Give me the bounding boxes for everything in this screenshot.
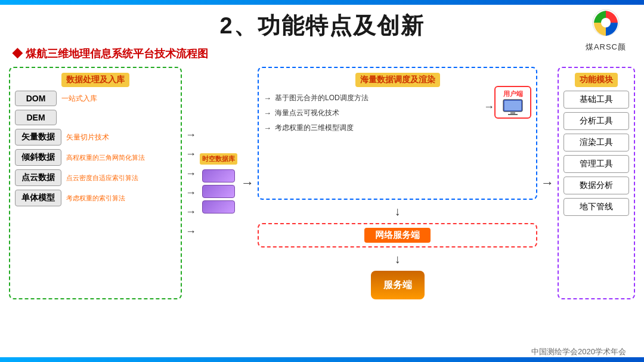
footer-text: 中国测绘学会2020学术年会: [531, 346, 626, 357]
dom-label: 一站式入库: [61, 94, 97, 104]
model-label: 考虑权重的索引算法: [66, 194, 125, 203]
db-cylinder-1: [202, 169, 235, 182]
db-cylinder-3: [202, 200, 235, 214]
lod-panel: 海量数据调度及渲染 → 基于图元合并的LOD调度方法 → 海量点云可视化技术 →…: [258, 67, 537, 200]
vector-label: 矢量切片技术: [66, 132, 109, 143]
server-section: 服务端: [258, 271, 537, 299]
monitor-icon: [502, 98, 524, 115]
left-to-db-arrows: →→→→→→: [185, 67, 196, 299]
tilt-box: 倾斜数据: [15, 149, 61, 166]
network-panel: 网络服务端: [258, 223, 537, 247]
server-box: 服务端: [371, 271, 425, 299]
header: 2、功能特点及创新 煤ARSC颜: [0, 5, 644, 44]
middle-to-right-arrow: →: [541, 67, 554, 299]
user-terminal-box: 用户端: [494, 86, 531, 119]
func-item-1: 基础工具: [564, 91, 629, 109]
lod-panel-title: 海量数据调度及渲染: [355, 73, 440, 87]
db-to-middle-arrow: →: [241, 67, 254, 299]
db-section: 时空数据库: [200, 67, 237, 299]
left-panel: 数据处理及入库 DOM 一站式入库 DEM 矢量数据 矢量切片技术 倾斜数据 高…: [9, 67, 182, 299]
svg-rect-5: [504, 101, 521, 110]
right-panel: 功能模块 基础工具 分析工具 渲染工具 管理工具 数据分析 地下管线: [558, 67, 635, 299]
func-item-2: 分析工具: [564, 112, 629, 130]
network-panel-title: 网络服务端: [364, 228, 431, 243]
svg-point-1: [601, 18, 611, 27]
vector-box: 矢量数据: [15, 129, 61, 146]
page-title: 2、功能特点及创新: [219, 11, 424, 41]
svg-rect-3: [510, 112, 515, 114]
down-arrow-2: ↓: [258, 252, 537, 266]
pointcloud-box: 点云数据: [15, 169, 61, 186]
func-item-3: 渲染工具: [564, 134, 629, 151]
data-row-dem: DEM: [15, 110, 176, 125]
left-panel-title: 数据处理及入库: [61, 73, 129, 87]
lod-item-3: → 考虑权重的三维模型调度: [264, 123, 531, 133]
db-cylinder-2: [202, 185, 235, 198]
logo-icon: [588, 8, 624, 41]
tilt-label: 高程权重的三角网简化算法: [66, 153, 145, 162]
down-arrow: ↓: [258, 205, 537, 218]
data-row-tilt: 倾斜数据 高程权重的三角网简化算法: [15, 149, 176, 166]
user-terminal-label: 用户端: [503, 89, 523, 98]
db-label: 时空数据库: [200, 153, 237, 165]
func-item-6: 地下管线: [564, 198, 629, 216]
func-item-5: 数据分析: [564, 177, 629, 194]
top-gradient-bar: [0, 0, 644, 5]
lod-text-3: 考虑权重的三维模型调度: [275, 123, 354, 133]
data-row-model: 单体模型 考虑权重的索引算法: [15, 190, 176, 206]
data-row-vector: 矢量数据 矢量切片技术: [15, 129, 176, 146]
arrow-to-user: →: [484, 101, 494, 113]
bottom-gradient-bar: [0, 357, 644, 362]
logo-text: 煤ARSC颜: [586, 42, 626, 52]
func-item-4: 管理工具: [564, 155, 629, 173]
dom-box: DOM: [15, 91, 57, 106]
svg-rect-4: [508, 114, 518, 115]
db-icon: [202, 169, 235, 214]
model-box: 单体模型: [15, 190, 61, 206]
lod-text-2: 海量点云可视化技术: [275, 108, 339, 118]
subtitle: 煤航三维地理信息系统平台技术流程图: [0, 44, 644, 66]
flow-diagram: 数据处理及入库 DOM 一站式入库 DEM 矢量数据 矢量切片技术 倾斜数据 高…: [0, 67, 644, 299]
lod-text-1: 基于图元合并的LOD调度方法: [275, 93, 369, 103]
logo-area: 煤ARSC颜: [586, 8, 626, 52]
pointcloud-label: 点云密度自适应索引算法: [66, 174, 138, 182]
data-row-pointcloud: 点云数据 点云密度自适应索引算法: [15, 169, 176, 186]
dem-box: DEM: [15, 110, 57, 125]
data-row-dom: DOM 一站式入库: [15, 91, 176, 106]
right-panel-title: 功能模块: [575, 73, 618, 87]
middle-section: 海量数据调度及渲染 → 基于图元合并的LOD调度方法 → 海量点云可视化技术 →…: [258, 67, 537, 299]
